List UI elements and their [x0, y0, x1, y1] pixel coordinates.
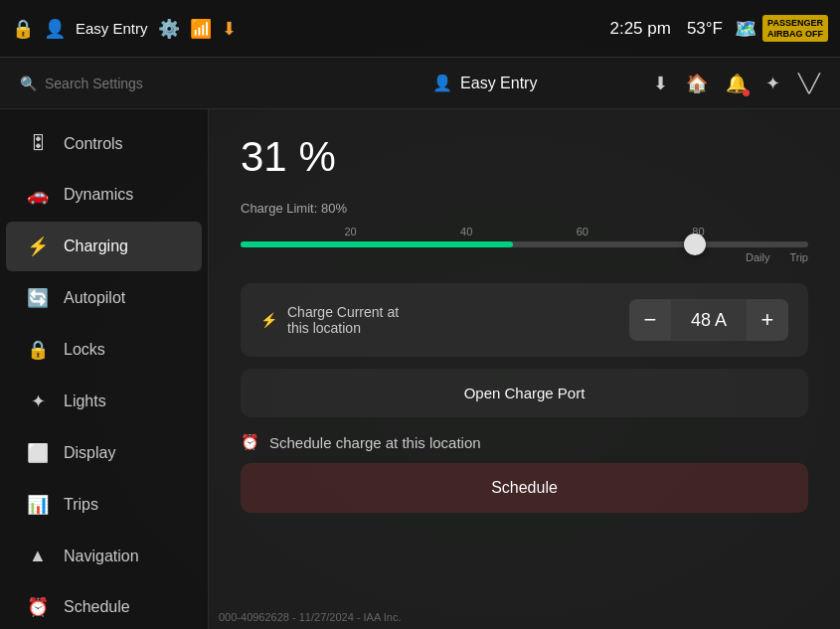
download-icon: ⬇ [222, 18, 237, 40]
notification-icon[interactable]: 🔔 [726, 73, 748, 94]
sidebar-item-dynamics[interactable]: 🚗 Dynamics [6, 170, 202, 220]
autopilot-icon: 🔄 [26, 287, 50, 309]
profile-icon-sub: 👤 [432, 74, 452, 92]
charge-percentage: 31 % [241, 133, 808, 181]
charge-current-text: Charge Current atthis location [287, 304, 399, 336]
plus-icon: + [761, 307, 774, 333]
status-bar: 🔒 👤 Easy Entry ⚙️ 📶 ⬇ 2:25 pm 53°F 🗺️ PA… [0, 0, 840, 58]
profile-icon: 👤 [44, 18, 66, 40]
minus-icon: − [644, 307, 657, 333]
slider-track[interactable] [241, 241, 808, 247]
sub-header: 🔍 Search Settings 👤 Easy Entry ⬇ 🏠 🔔 ✦ ╲… [0, 58, 840, 109]
sidebar-label-autopilot: Autopilot [64, 289, 125, 307]
decrement-button[interactable]: − [629, 299, 671, 341]
lock-icon: 🔒 [12, 18, 34, 40]
wifi-icon[interactable]: ╲╱ [798, 73, 820, 94]
schedule-clock-icon: ⏰ [241, 433, 259, 451]
tick-20: 20 [344, 226, 356, 237]
open-charge-port-label: Open Charge Port [464, 385, 586, 401]
schedule-icon: ⏰ [26, 596, 50, 618]
signal-icon: 📶 [190, 18, 212, 40]
sidebar-item-schedule[interactable]: ⏰ Schedule [6, 582, 202, 629]
navigation-icon: ▲ [26, 546, 50, 566]
status-time: 2:25 pm [609, 19, 670, 39]
status-bar-right: 🗺️ PASSENGERAIRBAG OFF [735, 15, 828, 43]
sidebar-label-schedule: Schedule [64, 598, 130, 616]
trip-label: Trip [789, 251, 808, 263]
sidebar-item-lights[interactable]: ✦ Lights [6, 377, 202, 426]
sidebar-item-controls[interactable]: 🎛 Controls [6, 119, 202, 168]
sidebar-label-locks: Locks [64, 341, 105, 359]
charge-limit-label: Charge Limit: 80% [241, 201, 808, 216]
schedule-header-text: Schedule charge at this location [269, 434, 481, 451]
display-icon: ⬜ [26, 442, 50, 464]
sidebar-item-navigation[interactable]: ▲ Navigation [6, 532, 202, 580]
airbag-badge: PASSENGERAIRBAG OFF [762, 15, 828, 43]
increment-button[interactable]: + [747, 299, 788, 341]
sidebar-label-display: Display [64, 444, 115, 462]
right-panel: 31 % Charge Limit: 80% 20 40 60 80 Daily… [209, 109, 840, 629]
charge-current-controls: − 48 A + [629, 299, 788, 341]
sidebar-label-controls: Controls [64, 135, 123, 153]
sidebar-item-display[interactable]: ⬜ Display [6, 428, 202, 478]
easy-entry-status: Easy Entry [76, 20, 148, 37]
lights-icon: ✦ [26, 391, 50, 412]
charge-plug-icon: ⚡ [260, 312, 277, 328]
slider-fill [241, 241, 513, 247]
status-bar-center: 2:25 pm 53°F [609, 19, 723, 39]
slider-labels: Daily Trip [241, 251, 808, 263]
charge-current-value: 48 A [671, 310, 747, 331]
sub-header-title-text: Easy Entry [460, 75, 537, 92]
sidebar-item-charging[interactable]: ⚡ Charging [6, 222, 202, 271]
sub-header-title: 👤 Easy Entry [337, 74, 634, 92]
schedule-button[interactable]: Schedule [241, 463, 808, 513]
map-icon: 🗺️ [735, 18, 756, 40]
charging-icon: ⚡ [26, 236, 50, 257]
download-icon-sub[interactable]: ⬇ [653, 73, 668, 94]
sidebar-item-trips[interactable]: 📊 Trips [6, 480, 202, 530]
footer-text: 000-40962628 - 11/27/2024 - IAA Inc. [219, 611, 401, 623]
notification-dot [743, 89, 750, 96]
footer: 000-40962628 - 11/27/2024 - IAA Inc. [219, 611, 401, 623]
controls-icon: 🎛 [26, 133, 50, 154]
sidebar-label-trips: Trips [64, 496, 98, 514]
tick-40: 40 [460, 226, 472, 237]
settings-icon: ⚙️ [158, 18, 180, 40]
sidebar-label-lights: Lights [64, 393, 106, 410]
search-placeholder: Search Settings [45, 76, 143, 91]
sidebar: 🎛 Controls 🚗 Dynamics ⚡ Charging 🔄 Autop… [0, 109, 209, 629]
home-icon[interactable]: 🏠 [686, 73, 708, 94]
daily-label: Daily [746, 251, 769, 263]
schedule-btn-label: Schedule [491, 479, 558, 496]
sidebar-label-dynamics: Dynamics [64, 186, 133, 204]
tick-60: 60 [577, 226, 588, 237]
sidebar-item-locks[interactable]: 🔒 Locks [6, 325, 202, 375]
status-bar-left: 🔒 👤 Easy Entry ⚙️ 📶 ⬇ [12, 18, 597, 40]
search-box[interactable]: 🔍 Search Settings [20, 76, 317, 91]
sidebar-item-autopilot[interactable]: 🔄 Autopilot [6, 273, 202, 323]
schedule-header: ⏰ Schedule charge at this location [241, 433, 808, 451]
schedule-section: ⏰ Schedule charge at this location Sched… [241, 433, 808, 513]
main-content: 🎛 Controls 🚗 Dynamics ⚡ Charging 🔄 Autop… [0, 109, 840, 629]
locks-icon: 🔒 [26, 339, 50, 361]
status-temp: 53°F [687, 19, 723, 39]
search-icon: 🔍 [20, 76, 37, 91]
bluetooth-icon[interactable]: ✦ [765, 73, 780, 94]
sidebar-label-navigation: Navigation [64, 548, 139, 565]
charge-current-label: ⚡ Charge Current atthis location [260, 304, 399, 336]
trips-icon: 📊 [26, 494, 50, 516]
charge-slider-container[interactable]: 20 40 60 80 Daily Trip [241, 226, 808, 263]
sidebar-label-charging: Charging [64, 237, 128, 255]
slider-thumb[interactable] [684, 234, 706, 255]
sub-header-icons: ⬇ 🏠 🔔 ✦ ╲╱ [653, 73, 820, 94]
dynamics-icon: 🚗 [26, 184, 50, 206]
open-charge-port-button[interactable]: Open Charge Port [241, 369, 808, 417]
charge-current-row: ⚡ Charge Current atthis location − 48 A … [241, 283, 808, 357]
